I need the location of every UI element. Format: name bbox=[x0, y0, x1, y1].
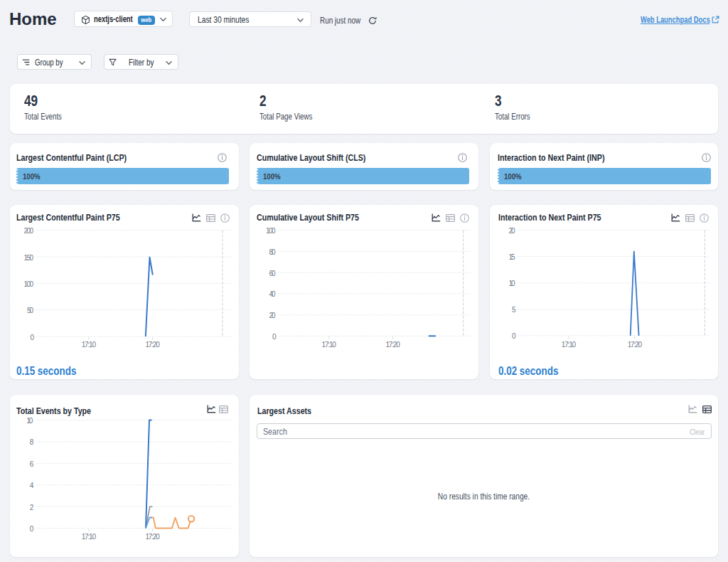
svg-text:4: 4 bbox=[30, 482, 34, 489]
svg-text:20: 20 bbox=[269, 312, 276, 319]
svg-text:60: 60 bbox=[269, 270, 276, 277]
svg-text:150: 150 bbox=[24, 254, 34, 262]
svg-text:80: 80 bbox=[269, 248, 276, 256]
svg-text:0: 0 bbox=[31, 334, 35, 341]
svg-text:200: 200 bbox=[24, 227, 34, 235]
svg-text:6: 6 bbox=[30, 460, 34, 468]
svg-text:17:20: 17:20 bbox=[145, 341, 160, 349]
svg-text:0: 0 bbox=[272, 333, 277, 341]
svg-text:0: 0 bbox=[30, 525, 34, 533]
svg-text:17:10: 17:10 bbox=[82, 341, 97, 349]
svg-text:40: 40 bbox=[269, 290, 276, 298]
svg-text:2: 2 bbox=[30, 504, 34, 511]
svg-text:5: 5 bbox=[512, 306, 516, 314]
svg-text:100: 100 bbox=[266, 227, 276, 235]
svg-text:0: 0 bbox=[512, 332, 516, 340]
svg-text:17:10: 17:10 bbox=[322, 341, 337, 349]
svg-text:17:20: 17:20 bbox=[385, 341, 400, 349]
svg-text:17:10: 17:10 bbox=[562, 341, 577, 349]
svg-text:15: 15 bbox=[509, 253, 515, 261]
svg-text:10: 10 bbox=[26, 417, 33, 425]
svg-text:10: 10 bbox=[509, 280, 515, 287]
svg-text:17:20: 17:20 bbox=[628, 341, 643, 349]
svg-text:8: 8 bbox=[30, 438, 34, 446]
svg-text:17:20: 17:20 bbox=[145, 533, 160, 541]
svg-text:20: 20 bbox=[509, 227, 515, 235]
svg-text:17:10: 17:10 bbox=[82, 533, 97, 541]
svg-text:50: 50 bbox=[27, 307, 33, 314]
svg-text:100: 100 bbox=[24, 280, 34, 288]
